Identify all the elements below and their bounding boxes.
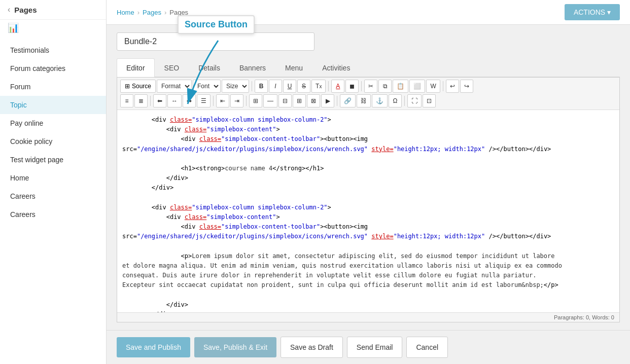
decrease-indent-button[interactable]: ⇤ — [216, 94, 229, 107]
bottom-action-bar: Save and Publish Save, Publish & Exit Sa… — [107, 330, 630, 364]
special-char-button[interactable]: Ω — [389, 94, 402, 107]
cut-button[interactable]: ✂ — [364, 80, 377, 93]
toolbar-sep-6 — [213, 96, 214, 106]
save-and-publish-button[interactable]: Save and Publish — [117, 337, 190, 357]
strikethrough-button[interactable]: S — [297, 80, 310, 93]
topbar: Home › Pages › Pages ACTIONS ▾ — [107, 0, 630, 25]
breadcrumb-sep-1: › — [137, 9, 139, 16]
redo-button[interactable]: ↪ — [460, 80, 473, 93]
toolbar-row-2: ≡ ≣ ⬅ ↔ ➡ ☰ ⇤ ⇥ ⊞ — ⊟ ⊞ — [120, 94, 616, 107]
font-select[interactable]: Font — [193, 80, 221, 93]
undo-button[interactable]: ↩ — [446, 80, 459, 93]
text-color-button[interactable]: A — [331, 80, 344, 93]
breadcrumb-pages[interactable]: Pages — [143, 9, 161, 16]
tab-seo[interactable]: SEO — [155, 58, 189, 77]
tab-editor[interactable]: Editor — [117, 58, 155, 77]
insert-row-button[interactable]: ⊠ — [307, 94, 320, 107]
toolbar-sep-7 — [246, 96, 247, 106]
tab-menu[interactable]: Menu — [275, 58, 312, 77]
sidebar-item-careers-1[interactable]: Careers — [0, 187, 106, 205]
toolbar-sep-9 — [404, 96, 405, 106]
statusbar-text: Paragraphs: 0, Words: 0 — [554, 314, 614, 320]
save-draft-button[interactable]: Save as Draft — [281, 337, 343, 358]
sidebar-item-cookie-policy[interactable]: Cookie policy — [0, 132, 106, 151]
sidebar-item-test-widget[interactable]: Test widget page — [0, 151, 106, 169]
sidebar-title: Pages — [14, 6, 37, 14]
breadcrumb-current: Pages — [169, 9, 188, 16]
paste-text-button[interactable]: ⬜ — [409, 80, 425, 93]
sidebar-item-forum-categories[interactable]: Forum categories — [0, 59, 106, 78]
editor-container: ⊞ Source Format Font Size B — [117, 77, 620, 322]
sidebar-item-pay-online[interactable]: Pay online — [0, 114, 106, 132]
align-left-button[interactable]: ⬅ — [153, 94, 166, 107]
save-publish-exit-button[interactable]: Save, Publish & Exit — [194, 337, 276, 357]
align-center-button[interactable]: ↔ — [167, 94, 182, 107]
size-select[interactable]: Size — [222, 80, 249, 93]
source-label: Source — [132, 83, 151, 90]
align-right-button[interactable]: ➡ — [183, 94, 196, 107]
sidebar-item-home[interactable]: Home — [0, 169, 106, 187]
sidebar-item-forum[interactable]: Forum — [0, 78, 106, 96]
copy-button[interactable]: ⧉ — [378, 80, 392, 93]
tabs-bar: Editor SEO Details Banners Menu Activiti… — [117, 58, 620, 77]
toolbar-sep-1 — [252, 81, 252, 91]
chart-icon: 📊 — [0, 20, 106, 36]
fullscreen-button[interactable]: ⛶ — [407, 94, 422, 107]
increase-indent-button[interactable]: ⇥ — [230, 94, 243, 107]
list-ordered-button[interactable]: ≡ — [120, 94, 133, 107]
toolbar-row-1: ⊞ Source Format Font Size B — [120, 80, 616, 93]
toolbar-sep-8 — [337, 96, 337, 106]
anchor-button[interactable]: ⚓ — [372, 94, 388, 107]
sidebar-back-button[interactable]: ‹ — [8, 5, 10, 14]
table-button[interactable]: ⊞ — [249, 94, 262, 107]
sidebar-item-careers-2[interactable]: Careers — [0, 205, 106, 224]
sidebar-nav: Testimonials Forum categories Forum Topi… — [0, 36, 106, 229]
italic-button[interactable]: I — [269, 80, 282, 93]
toolbar-sep-2 — [328, 81, 329, 91]
show-blocks-button[interactable]: ⊡ — [423, 94, 436, 107]
toolbar-sep-3 — [361, 81, 362, 91]
paste-word-button[interactable]: W — [426, 80, 440, 93]
send-email-button[interactable]: Send Email — [347, 337, 403, 358]
format-select[interactable]: Format — [157, 80, 192, 93]
source-icon: ⊞ — [125, 83, 130, 90]
source-button[interactable]: ⊞ Source — [120, 80, 156, 93]
page-title-input[interactable] — [117, 32, 314, 51]
subscript-button[interactable]: Tx — [311, 80, 326, 93]
toolbar-sep-4 — [443, 81, 443, 91]
cancel-button[interactable]: Cancel — [406, 337, 448, 358]
media-button[interactable]: ▶ — [321, 94, 334, 107]
unlink-button[interactable]: ⛓ — [357, 94, 371, 107]
breadcrumb: Home › Pages › Pages — [117, 9, 188, 16]
insert-col-button[interactable]: ⊞ — [293, 94, 306, 107]
tab-details[interactable]: Details — [189, 58, 230, 77]
paste-button[interactable]: 📋 — [393, 80, 408, 93]
toolbar-sep-5 — [150, 96, 151, 106]
bg-color-button[interactable]: ◼ — [345, 80, 359, 93]
sidebar-item-topic[interactable]: Topic — [0, 96, 106, 114]
link-button[interactable]: 🔗 — [340, 94, 356, 107]
underline-button[interactable]: U — [283, 80, 296, 93]
bold-button[interactable]: B — [255, 80, 268, 93]
main-content: Source Button Home › Pages › Pages ACTIO… — [107, 0, 630, 364]
tab-activities[interactable]: Activities — [312, 58, 360, 77]
breadcrumb-home[interactable]: Home — [117, 9, 134, 16]
sidebar-header: ‹ Pages — [0, 0, 106, 20]
sidebar-item-testimonials[interactable]: Testimonials — [0, 41, 106, 59]
breadcrumb-sep-2: › — [164, 9, 166, 16]
hr-button[interactable]: — — [263, 94, 277, 107]
actions-button[interactable]: ACTIONS ▾ — [565, 4, 620, 20]
editor-statusbar: Paragraphs: 0, Words: 0 — [117, 312, 619, 322]
list-unordered-button[interactable]: ≣ — [134, 94, 148, 107]
sidebar: ‹ Pages 📊 Testimonials Forum categories … — [0, 0, 107, 364]
insert-table-button[interactable]: ⊟ — [278, 94, 292, 107]
align-justify-button[interactable]: ☰ — [197, 94, 211, 107]
editor-code-area[interactable]: <div class="simplebox-column simplebox-c… — [117, 110, 619, 312]
editor-toolbar: ⊞ Source Format Font Size B — [117, 78, 619, 110]
tab-banners[interactable]: Banners — [230, 58, 275, 77]
content-area: Editor SEO Details Banners Menu Activiti… — [107, 25, 630, 330]
